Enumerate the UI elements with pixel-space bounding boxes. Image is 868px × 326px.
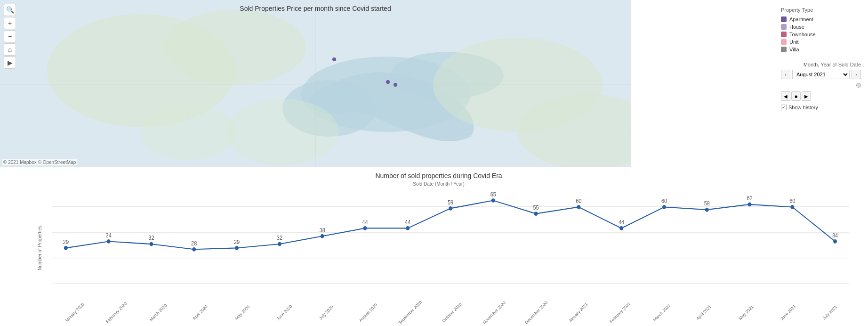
chart-dot-18 xyxy=(833,239,837,244)
chart-title: Number of sold properties during Covid E… xyxy=(28,172,849,179)
chart-value-17: 60 xyxy=(789,198,795,204)
chart-value-18: 34 xyxy=(832,232,838,238)
legend-item-apartment: Apartment xyxy=(781,16,861,22)
legend-item-townhouse: Townhouse xyxy=(781,32,861,37)
chart-x-label: Sold Date (Month / Year) xyxy=(28,181,849,187)
legend-label-villa: Villa xyxy=(789,47,799,52)
playback-row: ◀ ■ ▶ xyxy=(781,91,861,101)
chart-value-7: 44 xyxy=(362,219,368,225)
chart-dot-7 xyxy=(363,226,367,230)
chart-value-15: 58 xyxy=(704,201,710,207)
chart-value-1: 34 xyxy=(106,232,112,238)
chart-value-5: 32 xyxy=(277,235,282,241)
chart-dot-14 xyxy=(662,205,666,209)
home-button[interactable]: ⌂ xyxy=(4,43,16,56)
map-dot-1 xyxy=(332,57,336,61)
zoom-in-button[interactable]: + xyxy=(4,17,16,29)
prev-play-button[interactable]: ◀ xyxy=(781,91,790,101)
chart-dot-17 xyxy=(790,205,794,209)
legend-color-apartment xyxy=(781,16,787,22)
legend-color-house xyxy=(781,24,787,30)
chart-value-6: 38 xyxy=(320,227,325,233)
legend-item-house: House xyxy=(781,24,861,30)
stop-button[interactable]: ■ xyxy=(791,91,801,101)
map-title: Sold Properties Price per month since Co… xyxy=(240,5,391,12)
chart-dot-11 xyxy=(534,212,538,216)
chart-dot-16 xyxy=(748,203,752,207)
legend-color-unit xyxy=(781,39,787,45)
chart-value-13: 44 xyxy=(619,219,625,225)
chart-dot-0 xyxy=(64,246,68,250)
chart-section: Number of sold properties during Covid E… xyxy=(0,167,868,326)
legend-label-house: House xyxy=(789,24,804,30)
chart-value-11: 55 xyxy=(533,204,538,211)
map-attribution: © 2021 Mapbox © OpenStreetMap xyxy=(2,159,77,165)
chart-value-8: 44 xyxy=(405,219,411,225)
legend-panel: Property Type Apartment House Townhouse … xyxy=(774,0,868,117)
legend-color-villa xyxy=(781,47,787,52)
chart-dot-5 xyxy=(278,242,281,246)
search-button[interactable]: 🔍 xyxy=(4,4,16,16)
chart-value-4: 29 xyxy=(234,239,240,245)
chart-value-14: 60 xyxy=(661,198,667,204)
slider-dot[interactable] xyxy=(856,83,861,88)
show-history-row: ✓ Show history xyxy=(781,105,861,110)
chart-dot-13 xyxy=(619,226,623,230)
zoom-out-button[interactable]: − xyxy=(4,30,16,42)
svg-point-4 xyxy=(165,9,306,85)
map-dot-2 xyxy=(386,80,390,84)
chart-value-10: 65 xyxy=(490,191,496,197)
legend-title: Property Type xyxy=(781,7,861,13)
legend-color-townhouse xyxy=(781,32,787,37)
legend-item-villa: Villa xyxy=(781,47,861,52)
legend-label-apartment: Apartment xyxy=(789,16,813,22)
expand-button[interactable]: ▶ xyxy=(4,57,16,69)
chart-value-3: 28 xyxy=(191,240,197,246)
chart-value-2: 32 xyxy=(148,235,154,241)
chart-dot-2 xyxy=(149,242,153,246)
chart-value-16: 62 xyxy=(747,196,752,202)
map-dot-3 xyxy=(394,83,397,87)
legend-label-unit: Unit xyxy=(789,39,799,45)
chart-dot-15 xyxy=(705,208,709,212)
date-control-section: Month, Year of Sold Date ‹ August 2021 J… xyxy=(781,62,861,110)
next-date-button[interactable]: › xyxy=(852,70,861,79)
slider-row xyxy=(781,83,861,88)
chart-dot-1 xyxy=(107,239,111,244)
chart-dot-12 xyxy=(577,205,580,209)
map-container: Sold Properties Price per month since Co… xyxy=(0,0,631,167)
legend-item-unit: Unit xyxy=(781,39,861,45)
show-history-checkbox[interactable]: ✓ xyxy=(781,105,787,110)
chart-dot-6 xyxy=(321,234,324,238)
chart-value-0: 29 xyxy=(63,239,69,245)
date-select[interactable]: August 2021 July 2021 June 2021 xyxy=(792,70,850,79)
date-row: ‹ August 2021 July 2021 June 2021 › xyxy=(781,70,861,79)
show-history-label: Show history xyxy=(788,105,818,110)
date-label: Month, Year of Sold Date xyxy=(781,62,861,67)
y-axis-label: Number of Properties xyxy=(38,225,43,270)
legend-label-townhouse: Townhouse xyxy=(789,32,816,37)
map-controls: 🔍 + − ⌂ ▶ xyxy=(4,4,16,69)
prev-date-button[interactable]: ‹ xyxy=(781,70,790,79)
chart-dot-9 xyxy=(449,206,452,211)
map-background xyxy=(0,0,631,167)
chart-dot-4 xyxy=(235,246,239,250)
next-play-button[interactable]: ▶ xyxy=(802,91,811,101)
legend-items: Apartment House Townhouse Unit Villa xyxy=(781,16,861,52)
chart-value-9: 59 xyxy=(448,199,453,205)
chart-value-12: 60 xyxy=(576,198,581,204)
chart-dot-8 xyxy=(406,226,410,230)
chart-dot-3 xyxy=(192,247,196,252)
chart-dot-10 xyxy=(491,198,495,203)
